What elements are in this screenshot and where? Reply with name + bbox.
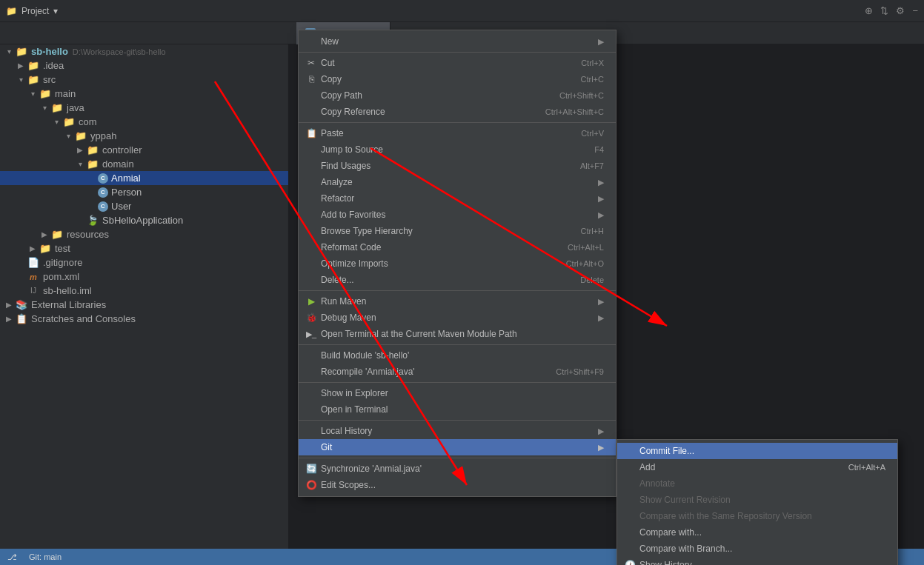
app-class-icon: 🍃 <box>86 215 99 226</box>
menu-build-module[interactable]: Build Module 'sb-hello' <box>299 347 616 364</box>
tree-arrow: ▾ <box>74 160 86 168</box>
title-bar: 📁 Project ▾ ⊕ ⇅ ⚙ − <box>0 0 924 22</box>
tree-gitignore[interactable]: 📄 .gitignore <box>0 255 288 270</box>
context-menu: New ▶ ✂ Cut Ctrl+X ⎘ Copy Ctrl+C Copy Pa… <box>298 30 616 497</box>
git-arrow-icon: ▶ <box>598 443 604 452</box>
tree-resources[interactable]: ▶ 📁 resources <box>0 227 288 241</box>
tree-ext-libs[interactable]: ▶ 📚 External Libraries <box>0 298 288 312</box>
scratches-icon: 📋 <box>15 314 28 324</box>
tree-com[interactable]: ▾ 📁 com <box>0 115 288 129</box>
tree-arrow: ▶ <box>74 146 86 154</box>
menu-jump-source[interactable]: Jump to Source F4 <box>299 141 616 158</box>
menu-git[interactable]: Git ▶ Commit File... Add Ctrl+Alt+A Anno… <box>299 439 616 455</box>
menu-paste[interactable]: 📋 Paste Ctrl+V <box>299 125 616 141</box>
tree-user[interactable]: C User <box>0 199 288 213</box>
person-label: Person <box>111 187 142 198</box>
tree-sbhello-app[interactable]: 🍃 SbHelloApplication <box>0 213 288 227</box>
root-path: D:\Workspace-git\sb-hello <box>73 47 166 56</box>
java-folder-icon: 📁 <box>50 103 64 113</box>
menu-debug-maven[interactable]: 🐞 Debug Maven ▶ <box>299 310 616 326</box>
menu-run-maven[interactable]: ▶ Run Maven ▶ <box>299 293 616 310</box>
tree-iml[interactable]: IJ sb-hello.iml <box>0 284 288 298</box>
gear-icon[interactable]: ⚙ <box>896 5 905 16</box>
tree-yppah[interactable]: ▾ 📁 yppah <box>0 129 288 143</box>
tree-arrow: ▾ <box>39 104 50 112</box>
menu-sep-4 <box>299 344 616 345</box>
com-folder-icon: 📁 <box>62 117 76 127</box>
tree-main[interactable]: ▾ 📁 main <box>0 87 288 101</box>
menu-new[interactable]: New ▶ <box>299 33 616 50</box>
ext-libs-label: External Libraries <box>31 299 106 310</box>
tree-pom[interactable]: m pom.xml <box>0 270 288 284</box>
menu-cut[interactable]: ✂ Cut Ctrl+X <box>299 55 616 71</box>
user-class-icon: C <box>98 201 108 212</box>
git-show-history[interactable]: 🕐 Show History <box>617 557 897 565</box>
main-folder-icon: 📁 <box>39 89 52 99</box>
menu-browse-hierarchy[interactable]: Browse Type Hierarchy Ctrl+H <box>299 223 616 239</box>
tree-root[interactable]: ▾ 📁 sb-hello D:\Workspace-git\sb-hello <box>0 44 288 58</box>
menu-find-usages[interactable]: Find Usages Alt+F7 <box>299 158 616 174</box>
pom-label: pom.xml <box>43 271 79 282</box>
tree-person[interactable]: C Person <box>0 185 288 199</box>
root-folder-icon: 📁 <box>15 47 28 57</box>
src-label: src <box>43 74 56 85</box>
git-compare-branch[interactable]: Compare with Branch... <box>617 541 897 557</box>
menu-edit-scopes[interactable]: ⭕ Edit Scopes... <box>299 477 616 493</box>
git-branch-icon: ⎇ <box>7 552 17 562</box>
menu-synchronize[interactable]: 🔄 Synchronize 'Anmial.java' <box>299 461 616 477</box>
minimize-icon[interactable]: − <box>912 5 918 16</box>
run-icon: ▶ <box>305 296 318 307</box>
menu-sep-6 <box>299 420 616 421</box>
tree-controller[interactable]: ▶ 📁 controller <box>0 143 288 157</box>
menu-add-favorites[interactable]: Add to Favorites ▶ <box>299 207 616 223</box>
com-label: com <box>79 116 97 127</box>
menu-optimize-imports[interactable]: Optimize Imports Ctrl+Alt+O <box>299 255 616 272</box>
sync-icon: 🔄 <box>305 464 318 474</box>
test-label: test <box>55 243 70 254</box>
title-bar-icons: ⊕ ⇅ ⚙ − <box>865 5 918 16</box>
split-icon[interactable]: ⇅ <box>880 5 888 16</box>
resources-folder-icon: 📁 <box>50 230 64 240</box>
menu-copy[interactable]: ⎘ Copy Ctrl+C <box>299 71 616 87</box>
menu-sep-3 <box>299 290 616 291</box>
tree-anmial[interactable]: C Anmial <box>0 171 288 185</box>
tree-idea[interactable]: ▶ 📁 .idea <box>0 58 288 73</box>
menu-open-terminal-maven[interactable]: ▶_ Open Terminal at the Current Maven Mo… <box>299 326 616 342</box>
menu-copy-path[interactable]: Copy Path Ctrl+Shift+C <box>299 87 616 104</box>
menu-copy-ref[interactable]: Copy Reference Ctrl+Alt+Shift+C <box>299 104 616 120</box>
git-commit-file[interactable]: Commit File... <box>617 443 897 459</box>
menu-open-terminal[interactable]: Open in Terminal <box>299 401 616 418</box>
target-icon[interactable]: ⊕ <box>865 5 873 16</box>
tree-java[interactable]: ▾ 📁 java <box>0 101 288 115</box>
tree-src[interactable]: ▾ 📁 src <box>0 73 288 87</box>
main-label: main <box>55 88 76 99</box>
menu-show-explorer[interactable]: Show in Explorer <box>299 385 616 401</box>
person-class-icon: C <box>98 187 108 198</box>
tree-test[interactable]: ▶ 📁 test <box>0 241 288 255</box>
resources-label: resources <box>67 229 109 240</box>
tree-arrow: ▾ <box>62 132 74 140</box>
tree-arrow: ▶ <box>15 61 27 70</box>
gitignore-label: .gitignore <box>43 257 82 268</box>
menu-local-history[interactable]: Local History ▶ <box>299 423 616 439</box>
menu-refactor[interactable]: Refactor ▶ <box>299 190 616 207</box>
iml-icon: IJ <box>27 286 40 296</box>
tree-arrow: ▶ <box>39 230 50 238</box>
tree-scratches[interactable]: ▶ 📋 Scratches and Consoles <box>0 312 288 326</box>
menu-reformat[interactable]: Reformat Code Ctrl+Alt+L <box>299 239 616 255</box>
menu-recompile[interactable]: Recompile 'Anmial.java' Ctrl+Shift+F9 <box>299 364 616 380</box>
menu-analyze[interactable]: Analyze ▶ <box>299 174 616 190</box>
dropdown-arrow[interactable]: ▾ <box>53 6 58 16</box>
git-compare-with[interactable]: Compare with... <box>617 524 897 541</box>
src-folder-icon: 📁 <box>27 75 40 85</box>
git-add[interactable]: Add Ctrl+Alt+A <box>617 459 897 475</box>
scope-icon: ⭕ <box>305 480 318 490</box>
git-status[interactable]: Git: main <box>29 552 62 561</box>
menu-delete[interactable]: Delete... Delete <box>299 272 616 288</box>
tree-domain[interactable]: ▾ 📁 domain <box>0 157 288 171</box>
scratches-label: Scratches and Consoles <box>31 313 136 324</box>
tree-arrow: ▾ <box>50 118 62 126</box>
git-compare-same: Compare with the Same Repository Version <box>617 508 897 524</box>
tree-arrow: ▶ <box>3 301 15 309</box>
java-label: java <box>67 102 84 113</box>
